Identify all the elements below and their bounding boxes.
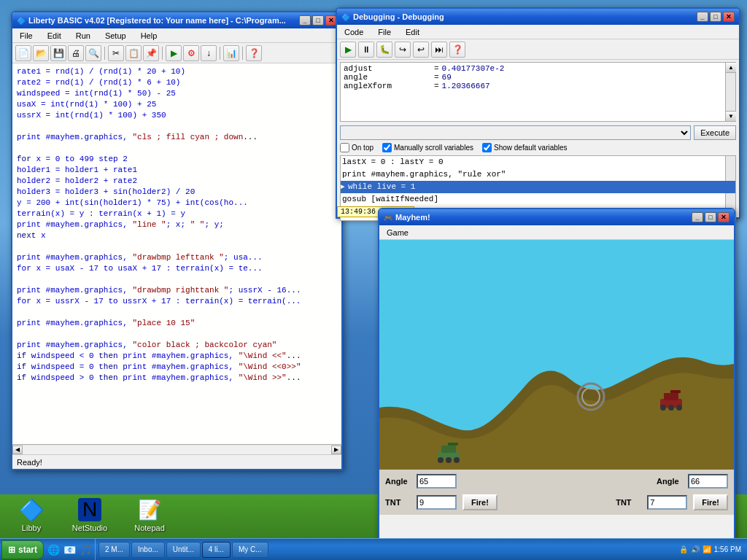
debug-execute-button[interactable]: Execute xyxy=(694,125,736,140)
debug-execute-select[interactable] xyxy=(340,125,691,140)
debug-menu-edit[interactable]: Edit xyxy=(401,26,424,38)
start-button[interactable]: ⊞ start xyxy=(1,540,44,559)
mayhem-menubar: Game xyxy=(379,225,734,240)
desktop-icon-libby[interactable]: 🔷 Libby xyxy=(6,498,57,532)
tb-save-button[interactable]: 💾 xyxy=(50,45,66,61)
taskbar-item-4li[interactable]: 4 li... xyxy=(202,542,231,558)
debug-vars-scrollbar[interactable]: ▲ ▼ xyxy=(725,63,735,121)
code-line: windspeed = int(rnd(1) * 50) - 25 xyxy=(17,88,337,99)
debug-minimize-button[interactable]: _ xyxy=(697,12,708,22)
code-line: holder3 = holder3 + sin(holder2) / 20 xyxy=(17,187,337,198)
debug-close-button[interactable]: ✕ xyxy=(723,12,735,22)
debug-manualscroll-text: Manually scroll variables xyxy=(394,144,473,152)
code-line: for x = usaX - 17 to usaX + 17 : terrain… xyxy=(17,263,337,274)
right-fire-button[interactable]: Fire! xyxy=(693,494,728,510)
mayhem-maximize-button[interactable]: □ xyxy=(705,212,716,222)
start-icon: ⊞ xyxy=(8,545,15,555)
lb-hscrollbar[interactable]: ◀ ▶ xyxy=(12,444,341,454)
lb-status-text: Ready! xyxy=(17,458,42,467)
netstudio-label: NetStudio xyxy=(72,524,107,532)
tb-copy-button[interactable]: 📋 xyxy=(125,45,142,61)
debug-variables-panel: adjust = 0.40177307e-2 angle = 69 angleX… xyxy=(340,62,736,122)
debug-maximize-button[interactable]: □ xyxy=(710,12,721,22)
lb-minimize-button[interactable]: _ xyxy=(299,15,311,26)
lb-code-editor[interactable]: rate1 = rnd(1) / (rnd(1) * 20 + 10) rate… xyxy=(12,63,341,467)
lb-maximize-button[interactable]: □ xyxy=(312,15,324,26)
tb-open-button[interactable]: 📂 xyxy=(33,45,49,61)
debug-step-button[interactable]: 🐛 xyxy=(376,42,392,58)
tb-cut-button[interactable]: ✂ xyxy=(108,45,124,61)
svg-point-4 xyxy=(438,457,444,463)
debug-showdefault-text: Show default variables xyxy=(494,144,568,152)
tb-help-button[interactable]: ❓ xyxy=(246,45,262,61)
tray-icon1[interactable]: 🔒 xyxy=(679,545,688,553)
hscroll-right-btn[interactable]: ▶ xyxy=(331,446,341,454)
debug-pause-button[interactable]: ⏸ xyxy=(358,42,374,58)
mayhem-minimize-button[interactable]: _ xyxy=(692,212,703,222)
taskbar-items: 2 M... Inbo... Untit... 4 li... My C... xyxy=(96,542,673,558)
tb-debug-button[interactable]: ⚙ xyxy=(183,45,199,61)
left-tnt-input[interactable] xyxy=(417,495,457,510)
lb-menu-help[interactable]: Help xyxy=(136,30,162,42)
debug-menu-file[interactable]: File xyxy=(374,26,395,38)
debug-play-button[interactable]: ▶ xyxy=(340,42,356,58)
item-4li-label: 4 li... xyxy=(209,545,224,553)
desktop-icon-notepad[interactable]: 📝 Notepad xyxy=(124,498,175,532)
vars-scroll-down-btn[interactable]: ▼ xyxy=(726,111,736,121)
code-line xyxy=(17,274,337,285)
ql-media-icon[interactable]: 🎵 xyxy=(79,543,92,556)
tb-step-button[interactable]: ↓ xyxy=(201,45,217,61)
tb-paste-button[interactable]: 📌 xyxy=(143,45,159,61)
debug-ontop-checkbox[interactable] xyxy=(340,143,349,152)
tb-print-button[interactable]: 🖨 xyxy=(68,45,84,61)
libby-icon: 🔷 xyxy=(20,498,43,521)
quick-launch-bar: 🌐 📧 🎵 xyxy=(44,539,96,560)
tray-icon3[interactable]: 📶 xyxy=(703,545,711,553)
tray-icon2[interactable]: 🔊 xyxy=(691,545,700,553)
vars-scroll-up-btn[interactable]: ▲ xyxy=(726,63,736,73)
lb-menu-edit[interactable]: Edit xyxy=(43,30,66,42)
debug-over-button[interactable]: ↪ xyxy=(395,42,411,58)
tb-new-button[interactable]: 📄 xyxy=(15,45,31,61)
taskbar-item-2m[interactable]: 2 M... xyxy=(98,542,130,558)
debug-help-button[interactable]: ❓ xyxy=(449,42,465,58)
debug-out-button[interactable]: ↩ xyxy=(413,42,429,58)
code-line xyxy=(17,121,337,132)
svg-point-11 xyxy=(668,405,674,411)
left-fire-button[interactable]: Fire! xyxy=(462,494,498,510)
item-inbox-label: Inbo... xyxy=(138,545,158,553)
taskbar-item-inbox[interactable]: Inbo... xyxy=(131,542,165,558)
left-angle-input[interactable] xyxy=(417,474,457,489)
taskbar-item-untit[interactable]: Untit... xyxy=(166,542,201,558)
libby-label: Libby xyxy=(22,524,41,532)
right-angle-input[interactable] xyxy=(688,474,728,489)
ql-ie-icon[interactable]: 🌐 xyxy=(47,543,60,556)
debug-manualscroll-checkbox[interactable] xyxy=(382,143,392,152)
code-line: usaX = int(rnd(1) * 100) + 25 xyxy=(17,99,337,110)
mayhem-close-button[interactable]: ✕ xyxy=(718,212,729,222)
tb-run-button[interactable]: ▶ xyxy=(166,45,182,61)
debug-continue-button[interactable]: ⏭ xyxy=(431,42,447,58)
ql-email-icon[interactable]: 📧 xyxy=(63,543,76,556)
mayhem-menu-game[interactable]: Game xyxy=(382,227,413,238)
lb-menu-file[interactable]: File xyxy=(15,30,37,42)
code-line: if windspeed < 0 then print #mayhem.grap… xyxy=(17,351,337,362)
svg-point-10 xyxy=(660,405,666,411)
code-line: for x = ussrX - 17 to ussrX + 17 : terra… xyxy=(17,296,337,307)
hscroll-left-btn[interactable]: ◀ xyxy=(12,446,23,454)
mayhem-terrain-svg xyxy=(379,240,734,470)
debug-showdefault-checkbox[interactable] xyxy=(482,143,492,152)
desktop-icon-netstudio[interactable]: N NetStudio xyxy=(64,498,115,532)
tb-search-button[interactable]: 🔍 xyxy=(85,45,101,61)
code-line xyxy=(17,241,337,252)
taskbar-item-myc[interactable]: My C... xyxy=(232,542,268,558)
tb-sep1 xyxy=(104,47,105,60)
debug-window-controls: _ □ ✕ xyxy=(697,12,735,22)
debug-vars-list: adjust = 0.40177307e-2 angle = 69 angleX… xyxy=(341,63,735,121)
lb-menu-setup[interactable]: Setup xyxy=(101,30,131,42)
tb-extra-button[interactable]: 📊 xyxy=(223,45,239,61)
right-tnt-input[interactable] xyxy=(647,495,687,510)
debug-menu-code[interactable]: Code xyxy=(340,26,368,38)
mayhem-window-controls: _ □ ✕ xyxy=(692,212,729,222)
lb-menu-run[interactable]: Run xyxy=(71,30,95,42)
